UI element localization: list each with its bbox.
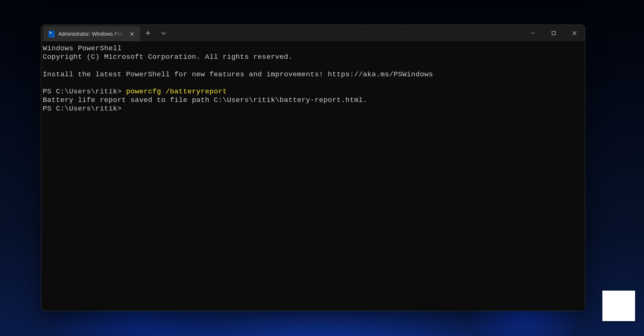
plus-icon xyxy=(145,31,151,36)
powershell-icon xyxy=(48,31,55,37)
chevron-down-icon xyxy=(161,31,166,36)
tab-title: Administrator: Windows PowerShell xyxy=(58,31,124,37)
terminal-line: Windows PowerShell xyxy=(43,44,122,52)
terminal-prompt: PS C:\Users\ritik> xyxy=(43,87,126,96)
terminal-content[interactable]: Windows PowerShell Copyright (C) Microso… xyxy=(41,41,585,311)
terminal-line: Install the latest PowerShell for new fe… xyxy=(43,70,433,79)
maximize-icon xyxy=(551,31,556,35)
terminal-prompt: PS C:\Users\ritik> xyxy=(43,105,122,113)
terminal-line: Copyright (C) Microsoft Corporation. All… xyxy=(43,53,293,61)
titlebar[interactable]: Administrator: Windows PowerShell xyxy=(41,25,585,41)
new-tab-button[interactable] xyxy=(140,25,156,41)
terminal-window: Administrator: Windows PowerShell Window… xyxy=(41,25,585,311)
titlebar-drag-region[interactable] xyxy=(171,25,522,41)
terminal-command: powercfg /batteryreport xyxy=(126,87,227,96)
white-overlay-box xyxy=(602,291,635,321)
minimize-icon xyxy=(531,31,535,35)
close-icon xyxy=(572,31,577,35)
terminal-output: Battery life report saved to file path C… xyxy=(43,96,367,104)
tab-dropdown-button[interactable] xyxy=(156,25,171,41)
close-icon xyxy=(130,32,134,36)
maximize-button[interactable] xyxy=(543,25,564,41)
tab-powershell[interactable]: Administrator: Windows PowerShell xyxy=(43,26,140,41)
svg-rect-0 xyxy=(552,32,556,35)
tab-close-button[interactable] xyxy=(128,30,136,38)
close-button[interactable] xyxy=(564,25,585,41)
minimize-button[interactable] xyxy=(522,25,543,41)
